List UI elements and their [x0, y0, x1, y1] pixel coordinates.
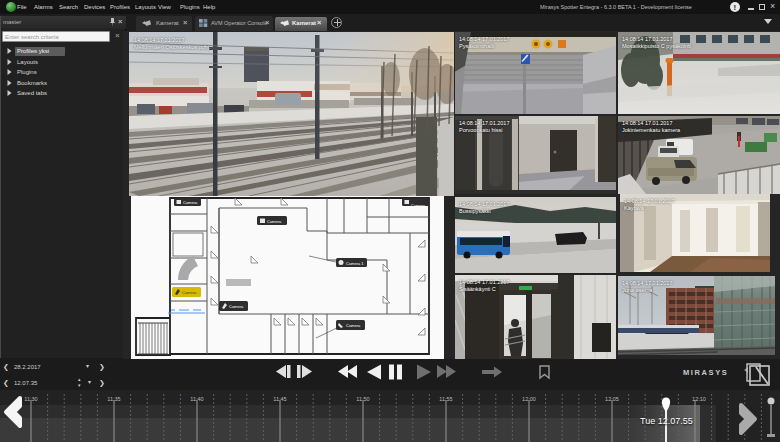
svg-text:11:30: 11:30: [24, 396, 37, 402]
svg-text:Camera 1: Camera 1: [346, 261, 364, 266]
svg-text:12:10: 12:10: [692, 396, 706, 402]
svg-text:14:08:14 17.01.2017: 14:08:14 17.01.2017: [459, 279, 509, 285]
svg-text:Pysäköintihalli: Pysäköintihalli: [459, 43, 494, 49]
svg-text:Bussipysäkki: Bussipysäkki: [459, 208, 491, 214]
svg-text:11:50: 11:50: [356, 396, 369, 402]
svg-text:14:08:14 17.01.2017: 14:08:14 17.01.2017: [622, 36, 672, 42]
svg-text:Camera: Camera: [346, 323, 361, 328]
svg-text:12:05: 12:05: [605, 396, 619, 402]
svg-text:14:08:14 17.01.2017: 14:08:14 17.01.2017: [459, 36, 509, 42]
svg-text:Mellunmäen Ostoskeskus pohj.: Mellunmäen Ostoskeskus pohj.: [134, 44, 211, 50]
svg-text:14:08:14 17.01.2017: 14:08:14 17.01.2017: [624, 198, 674, 204]
svg-text:14:08:14 17.01.2017: 14:08:14 17.01.2017: [459, 120, 509, 126]
svg-text:14:08:14 17.01.2017: 14:08:14 17.01.2017: [622, 280, 672, 286]
svg-text:Juna-asema: Juna-asema: [622, 287, 653, 293]
svg-text:Camera: Camera: [411, 203, 426, 208]
svg-text:11:55: 11:55: [439, 396, 452, 402]
svg-text:14:08:14 17.01.2017: 14:08:14 17.01.2017: [622, 120, 672, 126]
svg-text:Mosaiikkipuisto C pysäköinti: Mosaiikkipuisto C pysäköinti: [622, 43, 691, 49]
svg-text:11:45: 11:45: [273, 396, 286, 402]
svg-text:Camera: Camera: [182, 290, 197, 295]
svg-text:Tue 12.07.55: Tue 12.07.55: [640, 416, 693, 426]
svg-text:11:35: 11:35: [107, 396, 120, 402]
svg-text:Porvoonkatu hissi: Porvoonkatu hissi: [459, 127, 502, 133]
svg-text:14:08:14 17.01.2017: 14:08:14 17.01.2017: [134, 37, 184, 43]
svg-text:Camera: Camera: [183, 200, 198, 205]
svg-text:Jokiniemenkatu kamera: Jokiniemenkatu kamera: [622, 127, 681, 133]
svg-text:12:00: 12:00: [522, 396, 536, 402]
svg-text:Käytävä: Käytävä: [624, 205, 645, 211]
svg-text:Sisäänkäynti C: Sisäänkäynti C: [459, 286, 496, 292]
svg-text:14:08:14 17.01.2017: 14:08:14 17.01.2017: [459, 201, 509, 207]
svg-text:Camera: Camera: [267, 219, 282, 224]
svg-text:Camera: Camera: [229, 304, 244, 309]
svg-text:11:40: 11:40: [190, 396, 203, 402]
